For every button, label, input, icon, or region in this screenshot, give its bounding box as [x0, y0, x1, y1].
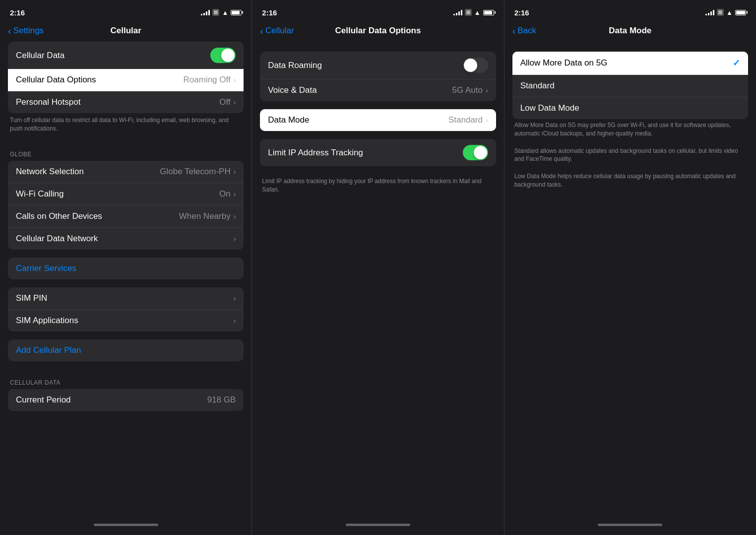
- roaming-value: Roaming Off: [184, 75, 231, 85]
- low-data-mode-label: Low Data Mode: [520, 103, 579, 113]
- wifi-icon-1: ▲: [222, 9, 228, 16]
- personal-hotspot-group: Personal Hotspot Off ›: [8, 91, 244, 113]
- limit-ip-group: Limit IP Address Tracking: [260, 139, 496, 166]
- current-period-item: Current Period 918 GB: [8, 389, 244, 411]
- allow-more-data-item[interactable]: Allow More Data on 5G ✓: [512, 52, 748, 75]
- content-3: Allow More Data on 5G ✓ Standard Low Dat…: [504, 42, 756, 518]
- low-data-mode-row[interactable]: Low Data Mode: [512, 97, 748, 119]
- nav-title-2: Cellular Data Options: [335, 26, 421, 36]
- limit-ip-item[interactable]: Limit IP Address Tracking: [260, 139, 496, 166]
- voice-data-label: Voice & Data: [268, 85, 316, 95]
- cellular-network-item[interactable]: Cellular Data Network ›: [8, 228, 244, 250]
- home-indicator-2: [346, 524, 410, 526]
- hotspot-value: Off: [219, 97, 230, 107]
- network-carrier: Globe Telecom-PH: [160, 167, 230, 177]
- current-period-label: Current Period: [16, 395, 71, 405]
- signal-bar: [206, 11, 207, 15]
- content-1: Cellular Data Cellular Data Options Roam…: [0, 42, 252, 518]
- signal-bar: [456, 13, 457, 15]
- standard-desc: Standard allows automatic updates and ba…: [504, 145, 756, 171]
- cellular-network-value: ›: [234, 235, 236, 243]
- status-time-2: 2:16: [262, 8, 277, 17]
- limit-ip-toggle[interactable]: [463, 145, 488, 160]
- toggle-knob-3: [474, 146, 487, 159]
- voice-data-item[interactable]: Voice & Data 5G Auto ›: [260, 79, 496, 101]
- signal-bar: [458, 11, 460, 15]
- panel-data-mode: 2:16 ▲ ‹ Back Data Mode Allow More Data …: [504, 0, 756, 535]
- nav-back-label-1: Settings: [13, 26, 44, 36]
- sim-apps-label: SIM Applications: [16, 316, 78, 326]
- chevron-icon-7: ›: [234, 294, 236, 302]
- roaming-voice-group: Data Roaming Voice & Data 5G Auto ›: [260, 52, 496, 101]
- data-mode-label: Data Mode: [268, 115, 309, 125]
- globe-items-group: Network Selection Globe Telecom-PH › Wi-…: [8, 161, 244, 250]
- status-icons-2: ▲: [453, 9, 494, 16]
- nav-title-1: Cellular: [110, 26, 141, 36]
- add-plan-group: Add Cellular Plan: [8, 339, 244, 361]
- data-mode-item[interactable]: Data Mode Standard ›: [260, 109, 496, 131]
- standard-item[interactable]: Standard: [512, 75, 748, 97]
- chevron-icon-4: ›: [234, 190, 236, 198]
- cellular-data-item[interactable]: Cellular Data: [8, 42, 244, 69]
- standard-row[interactable]: Standard: [512, 75, 748, 97]
- data-mode-status: Standard: [448, 115, 483, 125]
- allow-more-data-row[interactable]: Allow More Data on 5G ✓: [512, 52, 748, 75]
- add-plan-item[interactable]: Add Cellular Plan: [8, 339, 244, 361]
- sim-apps-item[interactable]: SIM Applications ›: [8, 310, 244, 332]
- signal-bar: [453, 14, 455, 15]
- wifi-icon-3: ▲: [726, 9, 733, 16]
- sim-badge-1: [212, 9, 219, 16]
- allow-more-data-desc: Allow More Data on 5G may prefer 5G over…: [504, 119, 756, 145]
- personal-hotspot-item[interactable]: Personal Hotspot Off ›: [8, 91, 244, 113]
- cellular-desc: Turn off cellular data to restrict all d…: [0, 113, 252, 141]
- signal-bar: [201, 14, 202, 15]
- signal-bars-3: [705, 9, 714, 15]
- wifi-calling-status: On: [219, 189, 231, 199]
- nav-back-label-2: Cellular: [265, 26, 294, 36]
- panel-cellular: 2:16 ▲ ‹ Settings Cellular Cellular Data: [0, 0, 252, 535]
- wifi-calling-item[interactable]: Wi-Fi Calling On ›: [8, 183, 244, 205]
- nav-back-back[interactable]: ‹ Back: [512, 26, 536, 36]
- signal-bar: [705, 14, 707, 15]
- chevron-icon-5: ›: [234, 212, 236, 220]
- chevron-icon-3: ›: [234, 168, 236, 176]
- calls-other-item[interactable]: Calls on Other Devices When Nearby ›: [8, 205, 244, 228]
- carrier-services-item[interactable]: Carrier Services: [8, 258, 244, 279]
- carrier-services-group: Carrier Services: [8, 258, 244, 279]
- home-indicator-1: [94, 524, 158, 526]
- data-mode-value: Standard ›: [448, 115, 488, 125]
- cellular-options-label: Cellular Data Options: [16, 75, 96, 85]
- data-roaming-toggle[interactable]: [463, 58, 488, 73]
- cellular-data-options-item[interactable]: Cellular Data Options Roaming Off ›: [8, 69, 244, 91]
- data-mode-row[interactable]: Data Mode Standard ›: [260, 109, 496, 131]
- data-roaming-label: Data Roaming: [268, 61, 322, 70]
- nav-back-settings[interactable]: ‹ Settings: [8, 26, 44, 36]
- network-label: Network Selection: [16, 167, 84, 177]
- low-data-mode-item[interactable]: Low Data Mode: [512, 97, 748, 119]
- sim-pin-item[interactable]: SIM PIN ›: [8, 287, 244, 310]
- battery-icon-2: [483, 10, 494, 15]
- back-arrow-icon-1: ‹: [8, 26, 11, 36]
- sim-group: SIM PIN › SIM Applications ›: [8, 287, 244, 332]
- chevron-icon-p2-1: ›: [486, 86, 488, 94]
- cellular-data-toggle[interactable]: [210, 48, 236, 63]
- cellular-options-row[interactable]: Cellular Data Options Roaming Off ›: [8, 69, 244, 91]
- nav-back-cellular[interactable]: ‹ Cellular: [260, 26, 294, 36]
- bottom-bar-3: [504, 518, 756, 535]
- battery-icon-1: [231, 10, 242, 15]
- back-arrow-icon-3: ‹: [512, 26, 516, 36]
- allow-more-data-label: Allow More Data on 5G: [520, 58, 608, 68]
- back-arrow-icon-2: ‹: [260, 26, 263, 36]
- sim-badge-3: [717, 9, 724, 16]
- personal-hotspot-label: Personal Hotspot: [16, 97, 80, 107]
- low-data-desc: Low Data Mode helps reduce cellular data…: [504, 170, 756, 196]
- chevron-icon-6: ›: [234, 235, 236, 243]
- data-roaming-item[interactable]: Data Roaming: [260, 52, 496, 79]
- network-selection-item[interactable]: Network Selection Globe Telecom-PH ›: [8, 161, 244, 183]
- chevron-icon-p2-2: ›: [486, 116, 488, 124]
- voice-data-value: 5G Auto ›: [452, 85, 488, 95]
- current-period-group: Current Period 918 GB: [8, 389, 244, 411]
- sim-pin-value: ›: [234, 294, 236, 302]
- network-value: Globe Telecom-PH ›: [160, 167, 236, 177]
- toggle-knob: [221, 49, 235, 62]
